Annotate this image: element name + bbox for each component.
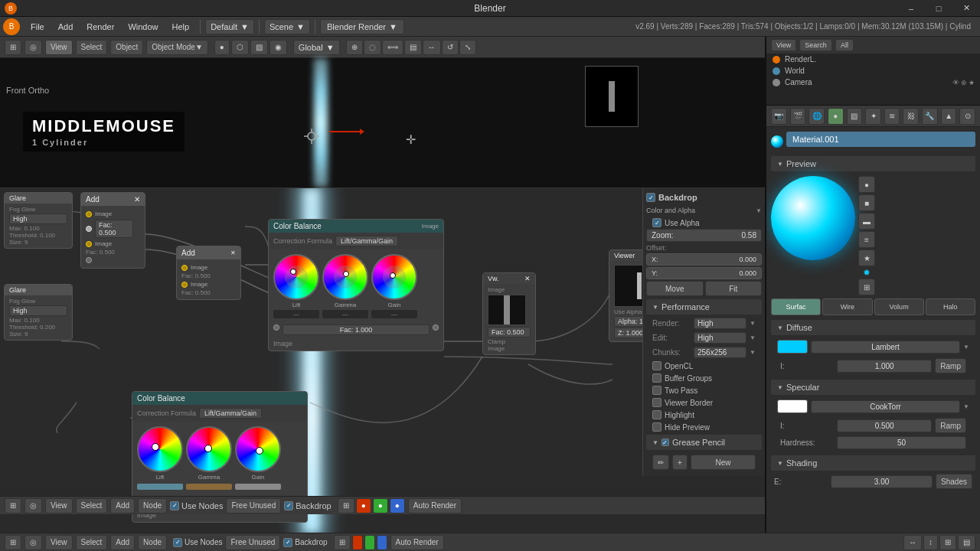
specular-color-swatch[interactable] [777,399,808,413]
wheel-gamma-circle[interactable] [322,254,368,300]
formula-dropdown-2[interactable]: Lift/Gamma/Gain [199,408,262,419]
view-btn-outliner[interactable]: View [771,39,796,51]
buffer-groups-row[interactable]: Buffer Groups [646,372,762,384]
scene-dropdown[interactable]: Scene ▼ [264,19,310,34]
performance-section-header[interactable]: ▼ Performance [646,299,762,315]
volum-tab[interactable]: Volum [874,298,924,315]
texture-props-icon[interactable]: ▨ [847,108,863,125]
view-bottom-btn[interactable]: View [45,535,73,550]
new-grease-btn[interactable]: New [691,455,756,470]
pencil-add-btn[interactable]: + [672,455,688,470]
outliner-camera[interactable]: Camera 👁 ⊕ ★ [766,77,980,88]
snap-btn[interactable]: ⊕ [346,40,363,55]
blender-logo[interactable]: B [3,18,20,35]
wheel-lift-circle[interactable] [273,254,319,300]
solid-shading-btn[interactable]: ● [214,40,230,55]
close-button[interactable]: ✕ [952,0,980,17]
node-color-balance-1[interactable]: Color Balance Image Correction Formula L… [268,219,444,351]
zoom-field[interactable]: Zoom: 0.58 [646,229,762,242]
node-view-btn[interactable]: View [45,498,73,514]
grid-preview-btn[interactable]: ⊞ [858,279,875,295]
node-select-btn[interactable]: Select [76,498,108,514]
formula-dropdown[interactable]: Lift/Gamma/Gain [335,236,398,246]
cube-preview-btn[interactable]: ■ [858,194,875,211]
modifiers-props-icon[interactable]: 🔧 [922,108,938,125]
minimize-button[interactable]: – [897,0,925,17]
render-engine-button[interactable]: Blender Render ▼ [320,19,404,34]
fog-glow-high-2[interactable]: High [9,305,67,316]
node-fog-glow-1[interactable]: Glare Fog Glow High Max: 0.100 Threshold… [4,192,73,249]
pencil-draw-btn[interactable]: ✏ [652,455,669,470]
free-unused-btn[interactable]: Free Unused [226,498,281,514]
menu-render[interactable]: Render [80,21,120,33]
free-unused-bottom[interactable]: Free Unused [225,535,280,550]
cam-icon-bottom[interactable]: ◎ [24,535,42,550]
surfac-tab[interactable]: Surfac [771,298,821,315]
node-editor-icon2[interactable]: ◎ [24,498,42,514]
edit-perf-dropdown[interactable]: High [694,332,746,344]
node-add-top[interactable]: Add ✕ Image Fac: 0.500 Image [80,192,145,269]
use-alpha-checkbox[interactable]: ✓ [652,218,662,227]
specular-intensity-field[interactable]: 0.500 [837,419,932,432]
rotate-btn[interactable]: ↺ [442,40,459,55]
add-bottom-btn[interactable]: Add [110,535,135,550]
material-name-field[interactable]: Material.001 [786,132,975,147]
sphere-preview-btn[interactable]: ● [858,176,875,193]
extra-preview-btn[interactable]: ★ [858,249,875,266]
object-mode-dropdown[interactable]: Object Mode ▼ [146,40,208,55]
rendered-shading-btn[interactable]: ◉ [270,40,287,55]
select-btn[interactable]: Select [76,40,108,55]
halo-tab[interactable]: Halo [926,298,975,315]
use-alpha-row[interactable]: ✓ Use Alpha [646,217,762,229]
specular-section-header[interactable]: ▼ Specular [771,380,975,395]
wheel-gain-circle[interactable] [371,254,417,300]
menu-window[interactable]: Window [122,21,164,33]
offset-y-field[interactable]: Y: 0.000 [646,267,762,279]
wire-tab[interactable]: Wire [822,298,872,315]
shading-section-header[interactable]: ▼ Shading [771,455,975,471]
object-btn[interactable]: Object [110,40,143,55]
texture-shading-btn[interactable]: ▨ [250,40,268,55]
move-button[interactable]: Move [646,281,704,296]
scene-props-icon[interactable]: 🎬 [790,108,806,125]
render-props-icon[interactable]: 📷 [771,108,787,125]
menu-file[interactable]: File [24,21,51,33]
diffuse-shader-btn[interactable]: Lambert [811,341,960,354]
data-props-icon[interactable]: ▲ [941,108,957,125]
node-bottom-btn[interactable]: Node [138,535,167,550]
material-props-icon[interactable]: ● [828,108,844,125]
emit-field[interactable]: 3.00 [831,475,933,488]
fit-button[interactable]: Fit [705,281,763,296]
fog-glow-high[interactable]: High [9,214,67,224]
offset-x-field[interactable]: X: 0.000 [646,253,762,266]
prop-edit-btn[interactable]: ◌ [364,40,381,55]
preview-section-header[interactable]: ▼ Preview [771,156,975,171]
particles-props-icon[interactable]: ✦ [865,108,881,125]
specular-ramp-btn[interactable]: Ramp [935,418,966,433]
node-viewer-1[interactable]: Vw. ✕ Image Fac: 0.500 Clamp Image [482,272,536,355]
diffuse-ramp-btn[interactable]: Ramp [935,358,966,373]
node-fog-glow-2[interactable]: Glare Fog Glow High Max: 0.100 Threshold… [4,284,73,341]
all-btn-outliner[interactable]: All [835,39,854,51]
object-props-icon[interactable]: ⊙ [959,108,975,125]
restore-button[interactable]: □ [925,0,952,17]
hair-preview-btn[interactable]: ≡ [858,231,875,248]
outliner-renderl[interactable]: RenderL. [766,54,980,65]
diffuse-intensity-field[interactable]: 1.000 [837,360,932,373]
auto-render-bottom[interactable]: Auto Render [390,535,444,550]
engine-mode-dropdown[interactable]: Default ▼ [205,19,254,34]
render-perf-dropdown[interactable]: High [694,318,746,329]
editor-icon-bottom[interactable]: ⊞ [5,535,21,550]
search-btn-outliner[interactable]: Search [799,39,832,51]
hide-preview-row[interactable]: Hide Preview [646,421,762,433]
fac-value-1[interactable]: Fac: 0.500 [95,220,133,238]
fac-field-cb1[interactable]: Fac: 1.000 [283,324,430,335]
retopo-btn[interactable]: ▤ [404,40,422,55]
viewport-icon-btn[interactable]: ⊞ [5,40,21,55]
constraints-props-icon[interactable]: ⛓ [903,108,919,125]
backdrop-checkbox[interactable]: ✓ [646,193,655,202]
node-canvas[interactable]: Glare Fog Glow High Max: 0.100 Threshold… [0,188,765,533]
outliner-world[interactable]: World [766,65,980,77]
scale-btn[interactable]: ⤡ [459,40,476,55]
viewer1-fac[interactable]: Fac: 0.500 [488,327,531,337]
